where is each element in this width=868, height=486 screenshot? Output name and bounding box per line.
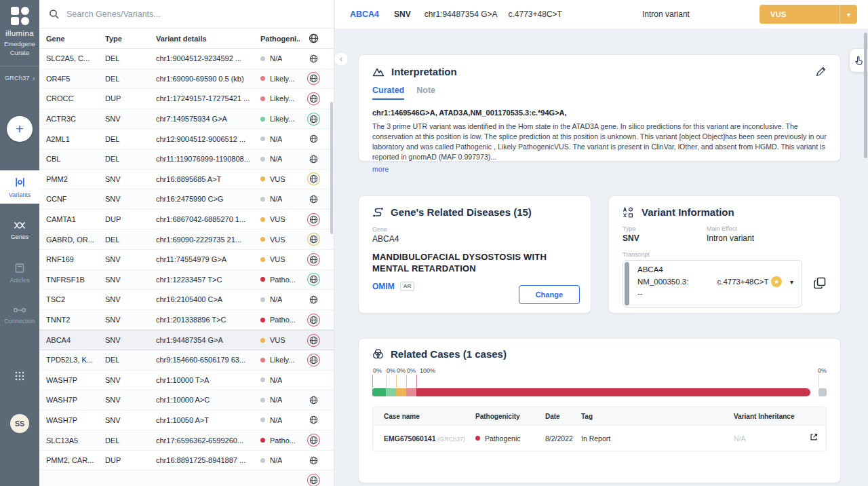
globe-cell xyxy=(300,233,327,246)
sidebar-item-articles[interactable]: Articles xyxy=(0,257,39,289)
globe-button[interactable] xyxy=(307,273,320,286)
table-row[interactable]: GABRD, OR...DELchr1:69090-2229735 21...V… xyxy=(39,229,334,250)
caret-down-icon[interactable]: ▾ xyxy=(790,278,793,286)
cases-column-header: Case name xyxy=(384,413,475,420)
tab-note[interactable]: Note xyxy=(416,86,435,100)
table-row[interactable]: TNFRSF1BSNVchr1:12233457 T>CPatho... xyxy=(39,270,334,291)
search-icon xyxy=(49,9,60,20)
open-case-button[interactable] xyxy=(802,432,826,444)
pathogenicity-label: N/A xyxy=(270,295,282,303)
globe-button[interactable] xyxy=(307,92,320,105)
user-avatar[interactable]: SS xyxy=(10,414,29,433)
tab-curated[interactable]: Curated xyxy=(372,86,404,100)
globe-button[interactable] xyxy=(309,155,318,164)
globe-button[interactable] xyxy=(307,172,320,185)
sidebar-item-variants[interactable]: Variants xyxy=(0,170,39,204)
case-row[interactable]: EMG675060141 (GRCh37)Pathogenic8/2/2022I… xyxy=(373,425,826,451)
column-header-globe[interactable] xyxy=(300,33,327,43)
type-cell: DEL xyxy=(105,236,156,244)
table-row[interactable]: WASH7PSNVchr1:10000 T>AN/A xyxy=(39,371,334,391)
globe-icon xyxy=(309,255,318,264)
diseases-pathway-icon xyxy=(372,206,384,218)
table-row[interactable]: TPD52L3, K...DELchr9:154660-6506179 63..… xyxy=(39,350,334,371)
table-row[interactable]: CROCCDUPchr1:17249157-17275421 ...Likely… xyxy=(39,89,334,109)
sidebar-item-genes[interactable]: Genes xyxy=(0,214,39,246)
globe-button[interactable] xyxy=(307,354,320,367)
search-input[interactable] xyxy=(66,10,334,19)
table-row[interactable]: WASH7PSNVchr1:10050 A>TN/A xyxy=(39,411,334,431)
variant-info-grid: Type SNV Main Effect Intron variant xyxy=(623,225,827,243)
sidebar-item-label: Articles xyxy=(9,277,30,284)
column-header-pathogenicity[interactable]: Pathogeni... xyxy=(252,35,300,43)
table-row[interactable]: CAMTA1DUPchr1:6867042-6885270 1...VUS xyxy=(39,210,334,230)
globe-button[interactable] xyxy=(309,195,318,204)
column-header-details[interactable]: Variant details xyxy=(156,35,252,43)
pathogenicity-cell: Patho... xyxy=(252,276,300,284)
table-row[interactable]: PMM2, CAR...DUPchr16:8891725-8941887 ...… xyxy=(39,451,334,471)
sidebar-item-connection[interactable]: Connection xyxy=(0,300,39,330)
collapse-panel-button[interactable]: ‹ xyxy=(334,52,349,67)
diseases-title-row: Gene's Related Diseases (15) xyxy=(372,206,577,218)
globe-button[interactable] xyxy=(307,213,320,226)
variant-header-bar: ABCA4 SNV chr1:94487354 G>A c.4773+48C>T… xyxy=(335,0,868,29)
apps-grid-icon[interactable] xyxy=(14,371,25,381)
table-row[interactable]: SLC2A5, C...DELchr1:9004512-9234592 ...N… xyxy=(39,49,334,69)
gene-cell: GABRD, OR... xyxy=(39,236,105,244)
globe-button[interactable] xyxy=(309,415,318,424)
table-row[interactable]: TSC2SNVchr16:2105400 C>AN/A xyxy=(39,290,334,310)
pathogenicity-cell: N/A xyxy=(252,155,300,163)
globe-button[interactable] xyxy=(309,456,318,465)
globe-icon xyxy=(309,295,318,304)
main-scrollbar[interactable] xyxy=(864,33,867,158)
globe-button[interactable] xyxy=(307,113,320,126)
globe-button[interactable] xyxy=(307,474,320,486)
globe-button[interactable] xyxy=(307,314,320,326)
pathogenicity-dot xyxy=(260,377,265,382)
table-row[interactable]: CBLDELchr11:119076999-1190808...N/A xyxy=(39,149,334,170)
transcript-box[interactable]: ABCA4 NM_000350.3: c.4773+48C>T ★ ▾ -- xyxy=(623,260,802,307)
genome-build-selector[interactable]: GRCh37 › xyxy=(5,74,35,82)
classification-dropdown[interactable]: VUS ▾ xyxy=(760,5,857,24)
caret-down-icon[interactable]: ▾ xyxy=(840,5,857,24)
table-row[interactable]: PMM2SNVchr16:8895685 A>TVUS xyxy=(39,170,334,190)
table-row[interactable]: OR4F5DELchr1:69090-69590 0.5 (kb)Likely.… xyxy=(39,69,334,90)
copy-button[interactable] xyxy=(813,276,827,292)
column-header-gene[interactable]: Gene xyxy=(39,35,105,43)
table-row[interactable]: TNNT2SNVchr1:201338896 T>CPatho... xyxy=(39,310,334,331)
omim-link[interactable]: OMIM xyxy=(372,282,395,291)
table-row[interactable]: ABCA4SNVchr1:94487354 G>AVUS xyxy=(39,330,334,350)
globe-button[interactable] xyxy=(309,396,318,405)
type-cell: SNV xyxy=(105,255,156,263)
globe-button[interactable] xyxy=(309,134,318,143)
variant-gene-link[interactable]: ABCA4 xyxy=(350,10,379,19)
classification-label[interactable]: VUS xyxy=(760,5,840,24)
pathogenicity-label: N/A xyxy=(270,396,282,404)
variant-coordinates: chr1:94487354 G>A xyxy=(425,10,498,19)
pathogenicity-cell: Likely... xyxy=(252,115,300,123)
globe-icon xyxy=(309,356,318,364)
table-row[interactable]: RNF169SNVchr11:74554979 G>AVUS xyxy=(39,250,334,270)
add-button[interactable]: + xyxy=(7,116,33,142)
table-row[interactable]: CCNFSNVchr16:2475990 C>GN/A xyxy=(39,189,334,210)
table-row[interactable]: SLC13A5DELchr17:6596362-6599260...Patho.… xyxy=(39,430,334,451)
globe-button[interactable] xyxy=(309,54,318,63)
transcript-scrollbar[interactable] xyxy=(625,262,629,305)
change-disease-button[interactable]: Change xyxy=(519,285,580,304)
table-row[interactable]: A2ML1DELchr12:9004512-9006512 ...N/A xyxy=(39,129,334,149)
globe-button[interactable] xyxy=(307,253,320,266)
globe-button[interactable] xyxy=(307,334,320,347)
globe-icon xyxy=(309,195,318,204)
table-row[interactable]: ACTR3CSNVchr7:149575934 G>ALikely... xyxy=(39,109,334,130)
table-row[interactable]: WASH7PSNVchr1:10000 A>CN/A xyxy=(39,390,334,411)
globe-button[interactable] xyxy=(307,72,320,85)
list-scrollbar[interactable] xyxy=(330,102,333,234)
globe-button[interactable] xyxy=(307,233,320,246)
more-link[interactable]: more xyxy=(372,165,389,173)
hand-pointer-icon xyxy=(854,56,864,66)
column-header-type[interactable]: Type xyxy=(105,35,156,43)
globe-button[interactable] xyxy=(309,295,318,304)
bar-segment xyxy=(818,388,827,396)
edit-interpretation-button[interactable] xyxy=(815,66,827,79)
table-row[interactable] xyxy=(39,470,334,486)
globe-button[interactable] xyxy=(307,434,320,447)
